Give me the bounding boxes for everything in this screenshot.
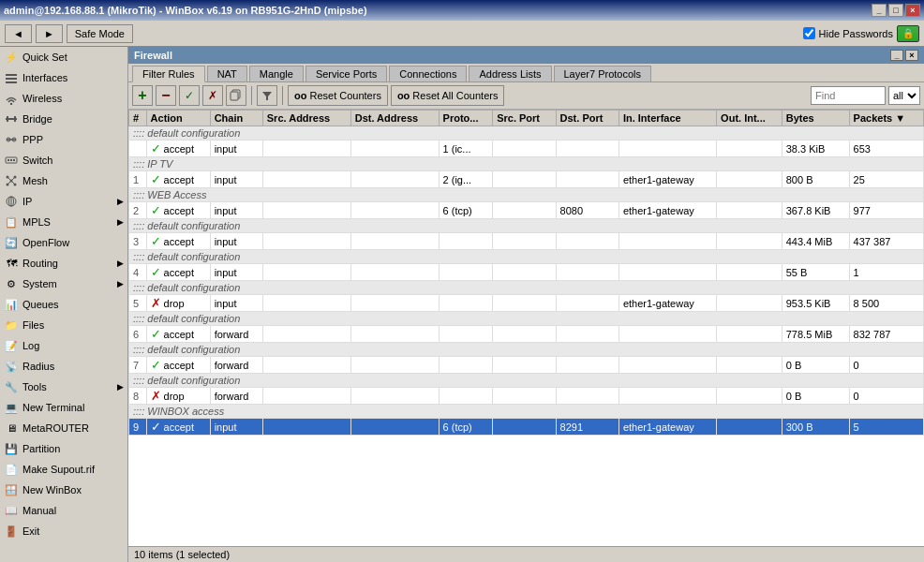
sidebar-item-new-winbox[interactable]: 🪟 New WinBox <box>0 480 127 500</box>
title-text: admin@192.168.88.1 (MikroTik) - WinBox v… <box>4 5 367 16</box>
sidebar-item-switch[interactable]: Switch <box>0 150 127 170</box>
reset-all-counters-button[interactable]: oo Reset All Counters <box>391 85 505 106</box>
hide-passwords-label: Hide Passwords <box>819 28 893 39</box>
sidebar-item-openflow[interactable]: 🔄 OpenFlow <box>0 232 127 253</box>
sidebar-item-interfaces[interactable]: Interfaces <box>0 67 127 88</box>
ip-arrow: ▶ <box>117 197 124 206</box>
sidebar-item-log[interactable]: 📝 Log <box>0 335 127 356</box>
table-row[interactable]: ✓ accept input 1 (ic... 38.3 KiB 653 <box>129 140 924 157</box>
ip-icon <box>4 194 19 209</box>
cell-action: ✓ accept <box>146 264 210 281</box>
tab-layer7-protocols[interactable]: Layer7 Protocols <box>554 66 652 81</box>
switch-icon <box>4 153 19 168</box>
hide-passwords-checkbox[interactable] <box>803 27 815 39</box>
ppp-icon <box>4 132 19 147</box>
sidebar-item-meta-router[interactable]: 🖥 MetaROUTER <box>0 418 127 438</box>
table-row[interactable]: 5 ✗ drop input ether1-gateway 953.5 KiB <box>129 295 924 312</box>
find-input[interactable] <box>811 86 886 105</box>
table-row[interactable]: 2 ✓ accept input 6 (tcp) 8080 ether1-gat… <box>129 202 924 219</box>
col-proto: Proto... <box>439 111 493 126</box>
add-rule-button[interactable]: + <box>132 85 153 106</box>
safe-mode-button[interactable]: Safe Mode <box>67 24 133 43</box>
close-button[interactable]: × <box>905 4 920 17</box>
tab-nat[interactable]: NAT <box>207 66 247 81</box>
sidebar-item-new-terminal[interactable]: 💻 New Terminal <box>0 397 127 418</box>
table-row[interactable]: 3 ✓ accept input 443.4 MiB 437 387 <box>129 233 924 250</box>
reset-counters-button[interactable]: oo Reset Counters <box>288 85 388 106</box>
sidebar-item-queues[interactable]: 📊 Queues <box>0 294 127 315</box>
panel-header-controls: _ × <box>890 50 918 61</box>
svg-rect-0 <box>6 74 17 76</box>
sidebar-item-partition[interactable]: 💾 Partition <box>0 438 127 459</box>
col-action: Action <box>146 111 210 126</box>
sidebar-item-routing[interactable]: 🗺 Routing ▶ <box>0 253 127 274</box>
status-text: 10 items (1 selected) <box>134 549 230 560</box>
mpls-icon: 📋 <box>4 214 19 229</box>
minimize-button[interactable]: _ <box>872 4 887 17</box>
section-header-default-4: :::: default configuration <box>129 281 924 295</box>
tab-connections[interactable]: Connections <box>389 66 467 81</box>
sidebar-item-mpls[interactable]: 📋 MPLS ▶ <box>0 212 127 232</box>
copy-rule-button[interactable] <box>226 85 246 106</box>
sidebar-item-ppp[interactable]: PPP <box>0 129 127 150</box>
tab-filter-rules[interactable]: Filter Rules <box>132 66 205 82</box>
sidebar-item-mesh[interactable]: Mesh <box>0 170 127 191</box>
tab-mangle[interactable]: Mangle <box>249 66 304 81</box>
panel-minimize-button[interactable]: _ <box>890 50 903 61</box>
table-row[interactable]: 1 ✓ accept input 2 (ig... ether1-gateway… <box>129 171 924 188</box>
toolbar: ◄ ► Safe Mode Hide Passwords 🔒 <box>0 21 924 47</box>
sidebar-item-radius[interactable]: 📡 Radius <box>0 356 127 377</box>
main-panel: Firewall _ × Filter Rules NAT Mangle Ser… <box>128 47 924 562</box>
sidebar-item-ip[interactable]: IP ▶ <box>0 191 127 212</box>
back-button[interactable]: ◄ <box>5 24 32 43</box>
sidebar-item-bridge[interactable]: Bridge <box>0 109 127 129</box>
tabs: Filter Rules NAT Mangle Service Ports Co… <box>128 64 924 82</box>
sidebar-item-system[interactable]: ⚙ System ▶ <box>0 274 127 294</box>
table-row[interactable]: 4 ✓ accept input 55 B 1 <box>129 264 924 281</box>
sidebar-item-make-supout[interactable]: 📄 Make Supout.rif <box>0 459 127 480</box>
cell-action: ✓ accept <box>146 326 210 343</box>
sidebar-item-manual[interactable]: 📖 Manual <box>0 500 127 521</box>
maximize-button[interactable]: □ <box>888 4 903 17</box>
openflow-icon: 🔄 <box>4 235 19 250</box>
table-container[interactable]: # Action Chain Src. Address Dst. Address… <box>128 110 924 546</box>
partition-icon: 💾 <box>4 441 19 456</box>
table-row[interactable]: 7 ✓ accept forward 0 B 0 <box>129 357 924 374</box>
cell-action: ✓ accept <box>146 202 210 219</box>
system-arrow: ▶ <box>117 279 124 288</box>
find-select[interactable]: all <box>888 86 920 105</box>
table-row-selected[interactable]: 9 ✓ accept input 6 (tcp) 8291 ether1-gat… <box>129 419 924 436</box>
section-header-default-1: :::: default configuration <box>129 126 924 140</box>
table-row[interactable]: 6 ✓ accept forward 778.5 MiB 832 787 <box>129 326 924 343</box>
panel-close-button[interactable]: × <box>905 50 918 61</box>
content: ⚡ Quick Set Interfaces Wireless Bridge <box>0 47 924 562</box>
filter-button[interactable] <box>257 85 277 106</box>
section-header-default-2: :::: default configuration <box>129 219 924 233</box>
table-row[interactable]: 8 ✗ drop forward 0 B 0 <box>129 388 924 405</box>
new-winbox-icon: 🪟 <box>4 482 19 497</box>
svg-line-21 <box>11 181 15 185</box>
section-header-iptv: :::: IP TV <box>129 157 924 171</box>
make-supout-icon: 📄 <box>4 462 19 477</box>
sidebar-item-wireless[interactable]: Wireless <box>0 88 127 109</box>
remove-rule-button[interactable]: − <box>156 85 176 106</box>
tab-address-lists[interactable]: Address Lists <box>469 66 551 81</box>
svg-line-20 <box>7 181 11 185</box>
radius-icon: 📡 <box>4 359 19 374</box>
bridge-icon <box>4 111 19 126</box>
forward-button[interactable]: ► <box>36 24 63 43</box>
svg-rect-11 <box>10 159 12 161</box>
sidebar-item-exit[interactable]: 🚪 Exit <box>0 521 127 541</box>
svg-rect-2 <box>6 81 17 83</box>
tab-service-ports[interactable]: Service Ports <box>306 66 387 81</box>
sidebar-item-tools[interactable]: 🔧 Tools ▶ <box>0 377 127 397</box>
cell-num: 2 <box>129 202 147 219</box>
section-header-webaccess: :::: WEB Access <box>129 188 924 202</box>
sidebar-item-files[interactable]: 📁 Files <box>0 315 127 335</box>
svg-rect-10 <box>7 159 9 161</box>
system-icon: ⚙ <box>4 276 19 291</box>
cell-num: 1 <box>129 171 147 188</box>
enable-rule-button[interactable]: ✓ <box>179 85 200 106</box>
sidebar-item-quick-set[interactable]: ⚡ Quick Set <box>0 47 127 67</box>
disable-rule-button[interactable]: ✗ <box>202 85 223 106</box>
